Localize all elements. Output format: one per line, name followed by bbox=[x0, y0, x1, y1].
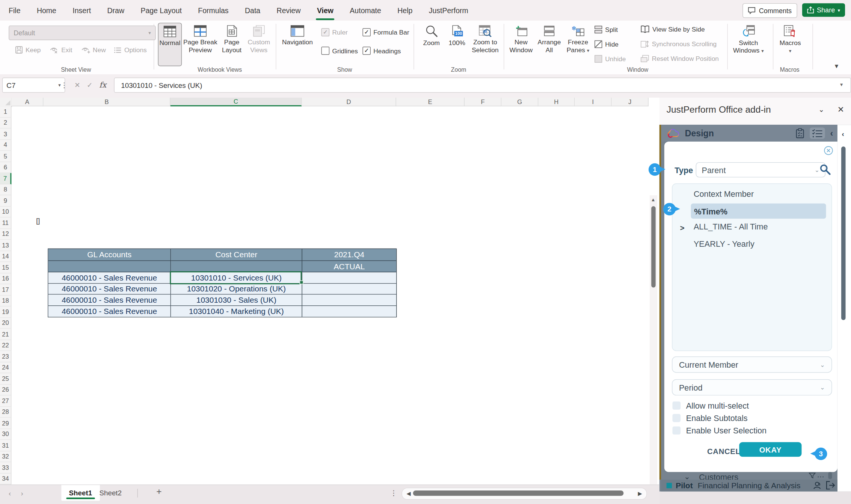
okay-button[interactable]: OKAY bbox=[739, 442, 801, 457]
checkbox-box[interactable] bbox=[673, 401, 681, 410]
select-all-corner[interactable] bbox=[0, 98, 12, 107]
checkbox-box[interactable] bbox=[362, 28, 371, 36]
ribbon-tab-insert[interactable]: Insert bbox=[71, 4, 92, 17]
zoom-100-button[interactable]: 100 100% bbox=[446, 23, 468, 47]
ribbon-tab-review[interactable]: Review bbox=[276, 4, 302, 17]
row-header-25[interactable]: 25 bbox=[0, 373, 11, 385]
row-header-18[interactable]: 18 bbox=[0, 296, 11, 307]
navigation-button[interactable]: Navigation bbox=[280, 23, 315, 47]
split-button[interactable]: Split bbox=[594, 26, 618, 34]
row-header-16[interactable]: 16 bbox=[0, 273, 11, 284]
row-header-1[interactable]: 1 bbox=[0, 106, 11, 118]
column-header-G[interactable]: G bbox=[501, 98, 538, 106]
table-cell[interactable] bbox=[302, 284, 396, 295]
sign-out-icon[interactable] bbox=[825, 481, 835, 490]
column-header-H[interactable]: H bbox=[539, 98, 575, 106]
checkbox-box[interactable] bbox=[673, 414, 681, 422]
fill-handle[interactable] bbox=[300, 281, 303, 284]
row-header-31[interactable]: 31 bbox=[0, 440, 11, 451]
row-header-7[interactable]: 7 bbox=[0, 173, 11, 184]
column-header-E[interactable]: E bbox=[396, 98, 465, 106]
row-header-27[interactable]: 27 bbox=[0, 395, 11, 407]
ribbon-tab-view[interactable]: View bbox=[316, 4, 335, 17]
row-header-11[interactable]: 11 bbox=[0, 217, 11, 229]
row-header-14[interactable]: 14 bbox=[0, 251, 11, 262]
table-cell[interactable]: 10301040 - Marketing (UK) bbox=[171, 306, 302, 317]
table-header-cell[interactable]: GL Accounts bbox=[48, 249, 171, 261]
row-header-10[interactable]: 10 bbox=[0, 207, 11, 218]
horizontal-scroll-thumb[interactable] bbox=[413, 490, 624, 496]
vertical-scrollbar[interactable]: ▲ ▼ bbox=[650, 195, 657, 504]
table-subheader-cell[interactable] bbox=[171, 261, 302, 272]
panel-back-chevron[interactable]: ‹ bbox=[830, 128, 833, 138]
option-enable-subtotals[interactable]: Enable Subtotals bbox=[673, 413, 748, 423]
name-box[interactable]: C7 ▾ bbox=[2, 78, 65, 93]
table-cell[interactable]: 10301020 - Operations (UK) bbox=[171, 284, 302, 295]
confirm-entry-icon[interactable]: ✓ bbox=[87, 81, 93, 89]
checklist-icon[interactable] bbox=[810, 127, 825, 139]
row-header-8[interactable]: 8 bbox=[0, 184, 11, 195]
table-cell[interactable]: 46000010 - Sales Revenue bbox=[48, 294, 171, 306]
checkbox-headings[interactable]: Headings bbox=[362, 47, 401, 55]
expand-formula-bar-chevron[interactable]: ▾ bbox=[840, 81, 843, 88]
ribbon-tab-page-layout[interactable]: Page Layout bbox=[139, 4, 183, 17]
table-cell[interactable]: 46000010 - Sales Revenue bbox=[48, 306, 171, 317]
row-header-28[interactable]: 28 bbox=[0, 407, 11, 418]
new-window-button[interactable]: New Window bbox=[508, 23, 534, 54]
vertical-scroll-thumb[interactable] bbox=[651, 206, 656, 288]
ribbon-tab-justperform[interactable]: JustPerform bbox=[428, 4, 469, 17]
checkbox-box[interactable] bbox=[673, 426, 681, 435]
row-header-22[interactable]: 22 bbox=[0, 340, 11, 351]
row-header-19[interactable]: 19 bbox=[0, 306, 11, 318]
row-header-5[interactable]: 5 bbox=[0, 151, 11, 162]
row-header-33[interactable]: 33 bbox=[0, 462, 11, 474]
checkbox-gridlines[interactable]: Gridlines bbox=[321, 47, 358, 55]
ribbon-tab-home[interactable]: Home bbox=[36, 4, 57, 17]
page-break-preview-button[interactable]: Page Break Preview bbox=[183, 23, 217, 54]
row-header-23[interactable]: 23 bbox=[0, 351, 11, 362]
table-cell[interactable] bbox=[302, 294, 396, 306]
sheet-tab-sheet2[interactable]: Sheet2 bbox=[92, 485, 129, 501]
row-header-30[interactable]: 30 bbox=[0, 429, 11, 440]
hide-button[interactable]: Hide bbox=[594, 40, 619, 48]
ribbon-tab-draw[interactable]: Draw bbox=[106, 4, 125, 17]
table-cell[interactable] bbox=[302, 272, 396, 284]
panel-scroll-thumb[interactable] bbox=[841, 146, 846, 320]
horizontal-scrollbar[interactable]: ◀ ▶ bbox=[401, 488, 647, 500]
normal-view-button[interactable]: Normal bbox=[158, 23, 182, 66]
row-header-9[interactable]: 9 bbox=[0, 195, 11, 207]
row-header-24[interactable]: 24 bbox=[0, 362, 11, 373]
page-layout-button[interactable]: Page Layout bbox=[219, 23, 244, 54]
view-side-by-side-button[interactable]: View Side by Side bbox=[640, 26, 705, 33]
addin-close-icon[interactable]: ✕ bbox=[837, 105, 844, 115]
column-header-F[interactable]: F bbox=[465, 98, 501, 106]
table-subheader-cell[interactable]: ACTUAL bbox=[302, 261, 396, 272]
period-select[interactable]: Period ⌄ bbox=[672, 379, 832, 395]
table-subheader-cell[interactable] bbox=[48, 261, 171, 272]
search-icon[interactable] bbox=[819, 164, 831, 175]
row-header-13[interactable]: 13 bbox=[0, 240, 11, 251]
scroll-left-icon[interactable]: ◀ bbox=[406, 490, 410, 496]
row-header-4[interactable]: 4 bbox=[0, 140, 11, 151]
type-select[interactable]: Parent ⌄ bbox=[696, 162, 825, 177]
comments-button[interactable]: Comments bbox=[742, 3, 797, 18]
sheet-options-dots[interactable]: ⋮ bbox=[390, 489, 397, 497]
table-cell[interactable]: 46000010 - Sales Revenue bbox=[48, 272, 171, 284]
expand-chevron-icon[interactable]: ˃ bbox=[680, 223, 685, 232]
checkbox-box[interactable] bbox=[321, 47, 330, 55]
share-button[interactable]: Share ▾ bbox=[802, 3, 845, 17]
row-header-34[interactable]: 34 bbox=[0, 473, 11, 484]
cancel-button[interactable]: CANCEL bbox=[707, 447, 741, 456]
row-header-32[interactable]: 32 bbox=[0, 451, 11, 462]
prev-sheet-chevron[interactable]: ‹ bbox=[9, 489, 11, 498]
dialog-close-icon[interactable] bbox=[824, 146, 833, 155]
option-allow-multi-select[interactable]: Allow multi-select bbox=[673, 401, 749, 410]
table-cell[interactable]: 10301030 - Sales (UK) bbox=[171, 294, 302, 306]
insert-function-icon[interactable]: fx bbox=[99, 80, 106, 89]
row-header-2[interactable]: 2 bbox=[0, 118, 11, 129]
macros-button[interactable]: Macros▾ bbox=[776, 23, 804, 55]
sheet-view-select[interactable]: Default ▾ bbox=[9, 26, 156, 40]
formula-input[interactable]: 10301010 - Services (UK) bbox=[114, 78, 851, 93]
collapse-ribbon-chevron[interactable]: ▾ bbox=[835, 62, 838, 70]
column-header-B[interactable]: B bbox=[44, 98, 171, 106]
